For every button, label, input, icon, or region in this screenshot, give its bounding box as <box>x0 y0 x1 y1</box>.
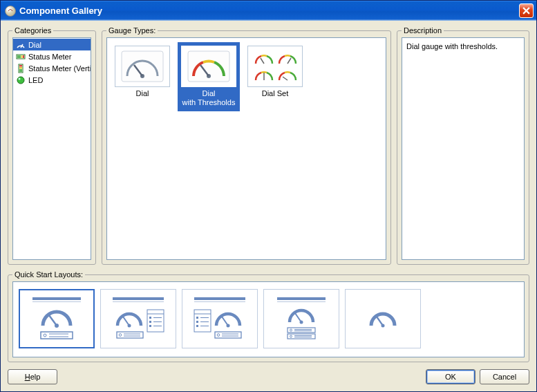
svg-rect-55 <box>196 317 198 319</box>
categories-list[interactable]: Dial Status Meter Status Meter (Verti... <box>12 37 91 260</box>
svg-rect-43 <box>149 325 151 327</box>
category-label: Status Meter (Verti... <box>28 64 91 73</box>
svg-rect-62 <box>277 301 326 302</box>
category-item-status-meter-vertical[interactable]: Status Meter (Verti... <box>13 62 91 74</box>
svg-line-64 <box>295 313 301 322</box>
dial-thumbnail <box>115 46 170 87</box>
quick-start-legend: Quick Start Layouts: <box>12 270 85 279</box>
dial-icon <box>16 40 26 50</box>
svg-rect-39 <box>149 317 151 319</box>
gauge-types-list[interactable]: Dial Dial with Thresholds <box>106 37 386 260</box>
svg-line-17 <box>261 58 264 64</box>
svg-rect-8 <box>19 65 22 67</box>
svg-rect-21 <box>32 297 81 300</box>
description-legend: Description <box>402 26 444 35</box>
svg-point-10 <box>19 77 21 80</box>
description-panel: Description Dial gauge with thresholds. <box>397 26 529 265</box>
svg-rect-22 <box>32 301 81 302</box>
cancel-button[interactable]: Cancel <box>480 369 529 384</box>
svg-point-50 <box>217 334 220 337</box>
svg-rect-49 <box>215 332 241 338</box>
svg-rect-59 <box>196 325 198 327</box>
svg-rect-57 <box>196 321 198 323</box>
titlebar: Component Gallery <box>1 1 536 21</box>
category-item-status-meter[interactable]: Status Meter <box>13 50 91 62</box>
svg-rect-61 <box>277 297 326 300</box>
description-text: Dial gauge with thresholds. <box>402 37 525 260</box>
category-label: Status Meter <box>28 53 71 61</box>
gauge-type-dial-thresholds[interactable]: Dial with Thresholds <box>178 42 240 111</box>
svg-line-32 <box>123 317 129 326</box>
quick-start-layout-2[interactable] <box>100 289 176 348</box>
dialog-content: Categories Dial Status Meter <box>1 21 536 391</box>
svg-point-66 <box>290 329 292 331</box>
gauge-type-label: Dial <box>113 88 171 99</box>
categories-legend: Categories <box>12 26 53 35</box>
svg-line-48 <box>222 317 228 326</box>
gauge-type-dial-set[interactable]: Dial Set <box>244 42 306 102</box>
dial-thresholds-thumbnail <box>181 46 236 87</box>
quick-start-panel: Quick Start Layouts: <box>8 270 529 362</box>
ok-button[interactable]: OK <box>426 369 475 384</box>
quick-start-layout-4[interactable] <box>263 289 339 348</box>
svg-rect-25 <box>41 332 73 339</box>
svg-line-24 <box>49 315 57 326</box>
svg-rect-30 <box>113 301 164 302</box>
category-item-led[interactable]: LED <box>13 74 91 86</box>
svg-rect-33 <box>117 332 143 338</box>
gauge-type-label: Dial with Thresholds <box>180 88 238 108</box>
quick-start-layout-5[interactable] <box>345 289 421 348</box>
svg-point-26 <box>44 334 46 337</box>
svg-line-74 <box>377 317 383 326</box>
svg-line-18 <box>288 58 291 64</box>
category-item-dial[interactable]: Dial <box>13 39 91 50</box>
status-meter-vertical-icon <box>16 64 26 73</box>
category-label: LED <box>28 76 43 84</box>
quick-start-layout-3[interactable] <box>182 289 258 348</box>
svg-rect-7 <box>19 67 22 69</box>
svg-rect-45 <box>194 297 245 300</box>
help-button[interactable]: Help <box>8 369 57 384</box>
gauge-type-label: Dial Set <box>246 88 304 99</box>
svg-rect-6 <box>19 69 22 72</box>
svg-rect-4 <box>23 55 24 58</box>
dial-set-thumbnail <box>247 46 303 87</box>
svg-point-9 <box>17 77 24 84</box>
button-row: Help OK Cancel <box>8 369 529 384</box>
led-icon <box>16 75 26 85</box>
svg-rect-41 <box>149 321 151 323</box>
svg-rect-3 <box>21 55 23 58</box>
svg-point-34 <box>119 334 122 337</box>
close-button[interactable] <box>519 3 534 18</box>
quick-start-list[interactable] <box>12 281 525 357</box>
svg-rect-29 <box>113 297 164 300</box>
svg-rect-46 <box>194 301 245 302</box>
svg-point-70 <box>290 335 292 337</box>
svg-rect-2 <box>17 55 21 58</box>
window-title: Component Gallery <box>19 6 519 16</box>
gauge-type-dial[interactable]: Dial <box>111 42 173 102</box>
gauge-types-panel: Gauge Types: Dial <box>102 26 391 265</box>
svg-line-20 <box>283 77 288 80</box>
categories-panel: Categories Dial Status Meter <box>8 26 96 265</box>
gauge-types-legend: Gauge Types: <box>106 26 158 35</box>
category-label: Dial <box>28 41 41 49</box>
app-icon <box>5 6 16 17</box>
quick-start-layout-1[interactable] <box>19 289 95 348</box>
status-meter-icon <box>16 52 26 62</box>
